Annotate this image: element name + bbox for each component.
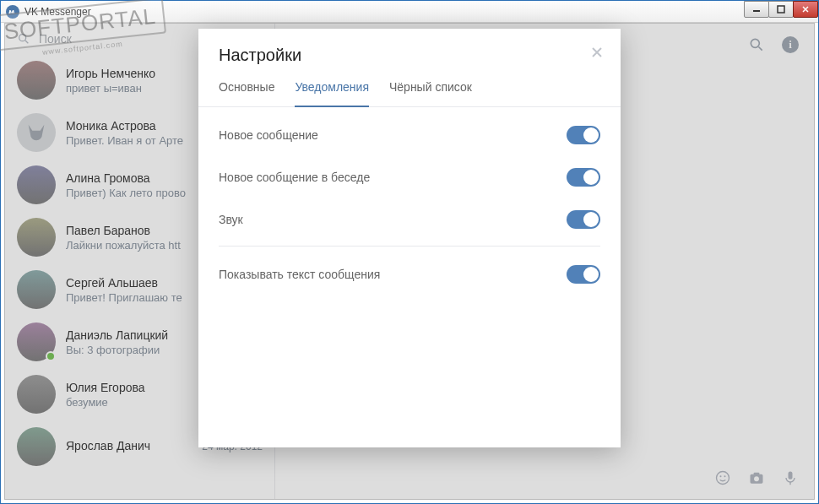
option-show-text: Показывать текст сообщения: [219, 246, 600, 295]
svg-rect-0: [753, 10, 760, 12]
window-controls: [745, 1, 818, 18]
modal-title: Настройки: [219, 46, 600, 65]
modal-tabs: Основные Уведомления Чёрный список: [198, 65, 621, 107]
svg-rect-1: [778, 6, 784, 13]
window-frame: VK Messenger Поиск Игорь Немченко18приве…: [0, 0, 819, 504]
option-label: Новое сообщение: [219, 128, 318, 142]
tab-main[interactable]: Основные: [219, 80, 274, 106]
option-new-message: Новое сообщение: [219, 114, 600, 156]
option-label: Показывать текст сообщения: [219, 268, 380, 281]
tab-notifications[interactable]: Уведомления: [295, 80, 369, 107]
tab-blacklist[interactable]: Чёрный список: [389, 80, 472, 106]
app-logo: [6, 5, 19, 19]
close-button[interactable]: [793, 1, 818, 18]
option-new-message-chat: Новое сообщение в беседе: [219, 156, 600, 198]
minimize-button[interactable]: [744, 1, 769, 18]
toggle-new-message-chat[interactable]: [567, 168, 600, 187]
close-icon[interactable]: [590, 46, 604, 62]
titlebar: VK Messenger: [1, 1, 818, 23]
toggle-show-text[interactable]: [567, 265, 600, 284]
toggle-new-message[interactable]: [567, 126, 600, 144]
window-title: VK Messenger: [24, 6, 91, 18]
option-sound: Звук: [219, 198, 600, 241]
maximize-button[interactable]: [768, 1, 794, 18]
settings-modal: Настройки Основные Уведомления Чёрный сп…: [198, 29, 621, 447]
option-label: Новое сообщение в беседе: [219, 171, 370, 184]
option-label: Звук: [219, 213, 243, 226]
toggle-sound[interactable]: [567, 210, 600, 229]
